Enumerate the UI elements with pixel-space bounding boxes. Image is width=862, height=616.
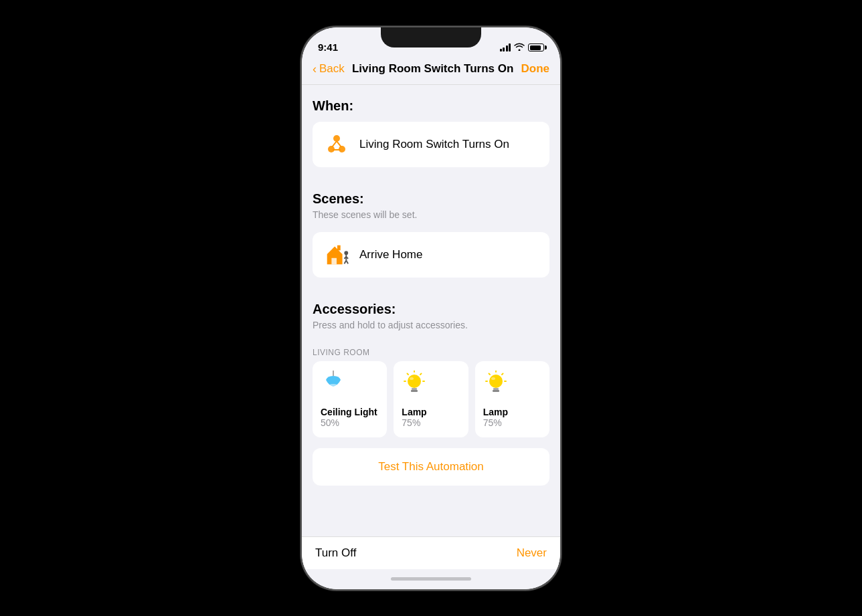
homekit-icon [323,131,350,158]
ceiling-light-name: Ceiling Light [321,407,379,417]
homekit-svg [324,132,349,157]
svg-line-33 [489,373,490,375]
svg-point-15 [328,384,339,388]
lamp1-card[interactable]: Lamp 75% [394,361,468,437]
chevron-left-icon: ‹ [313,62,317,76]
lamp1-icon [402,371,427,401]
phone-screen: 9:41 [302,27,560,589]
done-button[interactable]: Done [521,62,549,76]
lamp2-card[interactable]: Lamp 75% [475,361,549,437]
svg-point-16 [408,375,421,388]
home-indicator [302,569,560,589]
lamp2-icon [483,371,509,401]
wifi-icon [514,43,525,53]
scene-label: Arrive Home [359,248,422,262]
scenes-section: Scenes: These scenes will be set. [302,178,560,232]
lamp2-name: Lamp [483,407,541,417]
accessories-section: Accessories: Press and hold to adjust ac… [302,288,560,342]
scenes-title: Scenes: [313,191,549,207]
svg-line-4 [337,141,341,147]
svg-point-0 [333,135,340,142]
svg-line-21 [420,373,422,375]
lamp2-value: 75% [483,417,502,428]
svg-point-25 [489,375,503,388]
navigation-bar: ‹ Back Living Room Switch Turns On Done [302,57,560,85]
svg-rect-28 [493,390,499,392]
when-section: When: [302,85,560,122]
scene-card[interactable]: Arrive Home [313,232,549,278]
battery-icon [528,43,544,52]
arrive-home-icon [323,241,350,268]
phone-device: 9:41 [300,26,562,591]
scroll-content[interactable]: When: [302,85,560,536]
when-title: When: [313,98,549,114]
svg-rect-19 [411,390,418,392]
home-indicator-bar [391,577,471,581]
accessories-subtitle: Press and hold to adjust accessories. [313,320,549,330]
accessories-title: Accessories: [313,302,549,317]
ceiling-light-icon [321,371,346,401]
lamp1-value: 75% [402,417,420,428]
svg-line-30 [502,373,503,375]
svg-rect-7 [337,245,341,250]
turn-off-label: Turn Off [315,546,356,560]
svg-rect-27 [493,388,499,390]
accessories-grid: Ceiling Light 50% [302,361,560,437]
svg-line-3 [332,141,337,147]
status-icons [500,43,545,53]
status-time: 9:41 [318,41,338,53]
arrive-home-svg [323,242,350,268]
svg-point-8 [344,251,348,255]
notch [381,27,481,47]
svg-point-26 [491,377,495,380]
back-button[interactable]: ‹ Back [313,62,345,76]
test-automation-button[interactable]: Test This Automation [378,460,484,474]
nav-title: Living Room Switch Turns On [352,62,513,76]
trigger-card[interactable]: Living Room Switch Turns On [313,122,549,167]
test-automation-card[interactable]: Test This Automation [313,448,549,486]
scene-item: Arrive Home [313,232,549,278]
svg-rect-18 [412,388,417,390]
room-label: LIVING ROOM [302,342,560,361]
ceiling-light-value: 50% [321,417,339,428]
svg-line-13 [346,260,348,264]
svg-line-24 [408,373,409,375]
svg-rect-6 [331,258,337,264]
trigger-label: Living Room Switch Turns On [359,138,509,151]
never-button[interactable]: Never [517,546,547,560]
ceiling-light-card[interactable]: Ceiling Light 50% [313,361,387,437]
back-label[interactable]: Back [319,62,345,76]
trigger-item: Living Room Switch Turns On [313,122,549,167]
lamp1-name: Lamp [402,407,460,417]
bottom-bar: Turn Off Never [302,536,560,569]
scenes-subtitle: These scenes will be set. [313,209,549,220]
svg-point-17 [410,377,414,380]
signal-icon [500,43,511,52]
